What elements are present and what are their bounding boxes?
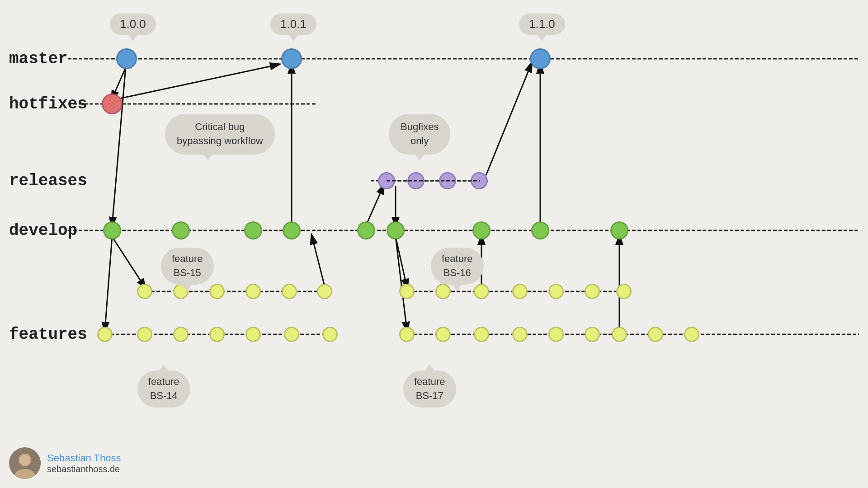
release-line	[0, 0, 868, 488]
footer-name: Sebastian Thoss	[47, 452, 121, 464]
develop-node-8	[531, 221, 549, 239]
fbs14-text: featureBS-14	[148, 376, 179, 401]
feat-lower-node-16	[684, 327, 699, 342]
feat-upper-node-9	[474, 284, 489, 299]
feat-upper-node-8	[435, 284, 451, 299]
develop-node-6	[387, 221, 405, 239]
label-hotfixes: hotfixes	[9, 95, 87, 113]
release-node-1	[378, 172, 395, 189]
feat-lower-node-15	[648, 327, 663, 342]
footer-url: sebastianthoss.de	[47, 464, 121, 474]
develop-node-4	[283, 221, 301, 239]
label-develop: develop	[9, 221, 77, 240]
release-node-2	[407, 172, 425, 189]
bubble-v101: 1.0.1	[270, 14, 316, 35]
release-node-3	[439, 172, 456, 189]
feat-lower-node-2	[137, 327, 152, 342]
develop-node-7	[472, 221, 491, 239]
feat-lower-node-13	[585, 327, 600, 342]
bubble-critbug: Critical bugbypassing workflow	[165, 114, 275, 155]
release-node-4	[471, 172, 488, 189]
footer: Sebastian Thoss sebastianthoss.de	[9, 447, 121, 479]
diagram-container: master hotfixes releases develop feature…	[0, 0, 868, 488]
bubble-v100: 1.0.0	[110, 14, 156, 35]
feat-lower-node-5	[245, 327, 261, 342]
avatar	[9, 447, 41, 479]
feat-upper-node-4	[245, 284, 261, 299]
feat-lower-node-4	[209, 327, 225, 342]
hotfix-node-1	[102, 94, 123, 114]
fbs16-text: featureBS-16	[442, 253, 473, 278]
svg-point-27	[19, 455, 30, 465]
label-features: features	[9, 325, 87, 344]
feat-lower-node-12	[548, 327, 564, 342]
bugfix-text: Bugfixesonly	[401, 121, 439, 146]
feat-lower-node-9	[435, 327, 451, 342]
feat-lower-node-10	[474, 327, 489, 342]
label-releases: releases	[9, 172, 87, 190]
svg-line-17	[312, 236, 325, 286]
feat-upper-node-1	[137, 284, 152, 299]
svg-line-12	[366, 186, 383, 225]
feat-lower-node-14	[612, 327, 627, 342]
master-node-3	[530, 48, 551, 69]
svg-line-21	[396, 237, 407, 330]
feat-lower-node-3	[173, 327, 189, 342]
develop-node-5	[357, 221, 375, 239]
feat-upper-node-10	[512, 284, 528, 299]
develop-node-2	[172, 221, 190, 239]
feat-upper-node-5	[282, 284, 297, 299]
master-node-1	[116, 48, 137, 69]
feat-upper-node-3	[209, 284, 225, 299]
feat-upper-node-6	[317, 284, 332, 299]
svg-line-20	[105, 237, 112, 330]
feat-upper-node-12	[585, 284, 600, 299]
svg-line-14	[486, 64, 531, 175]
bubble-bugfix: Bugfixesonly	[389, 114, 450, 155]
master-node-2	[281, 48, 302, 69]
feat-lower-node-7	[322, 327, 338, 342]
critbug-text: Critical bugbypassing workflow	[177, 121, 263, 146]
fbs15-text: featureBS-15	[172, 253, 203, 278]
svg-line-16	[112, 237, 145, 287]
svg-line-9	[120, 65, 278, 99]
fbs17-text: featureBS-17	[414, 376, 445, 401]
develop-node-3	[244, 221, 262, 239]
bubble-fbs17: featureBS-17	[403, 371, 456, 408]
develop-node-1	[103, 221, 121, 239]
label-master: master	[9, 50, 68, 68]
feat-lower-node-11	[512, 327, 528, 342]
arrows-svg	[0, 0, 868, 488]
feat-upper-node-11	[548, 284, 564, 299]
feat-lower-node-6	[284, 327, 299, 342]
feat-lower-node-1	[97, 327, 113, 342]
svg-line-10	[112, 67, 126, 225]
bubble-v110: 1.1.0	[519, 14, 565, 35]
bubble-fbs16: featureBS-16	[431, 248, 484, 285]
feat-lower-node-8	[399, 327, 415, 342]
feat-upper-node-7	[399, 284, 415, 299]
feat-upper-node-13	[616, 284, 632, 299]
svg-line-18	[396, 237, 407, 287]
develop-node-9	[610, 221, 628, 239]
bubble-fbs15: featureBS-15	[161, 248, 214, 285]
bubble-fbs14: featureBS-14	[137, 371, 190, 408]
footer-text: Sebastian Thoss sebastianthoss.de	[47, 452, 121, 474]
